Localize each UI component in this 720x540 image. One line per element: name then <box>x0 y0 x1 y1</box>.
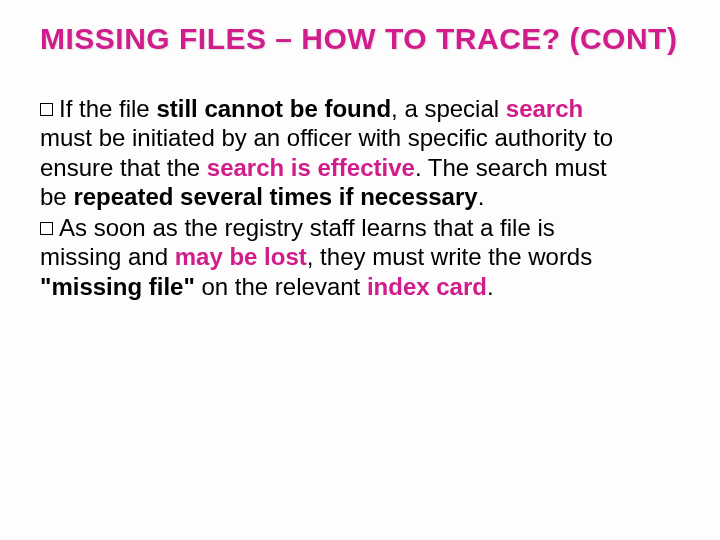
text-run: may be lost <box>175 243 307 270</box>
text-run: , a special <box>391 95 506 122</box>
slide: MISSING FILES – HOW TO TRACE? (CONT) If … <box>0 0 720 540</box>
bullet-item: As soon as the registry staff learns tha… <box>40 213 620 301</box>
slide-body: If the file still cannot be found, a spe… <box>40 94 620 301</box>
text-run: If the file <box>59 95 156 122</box>
text-run: . <box>487 273 494 300</box>
slide-title: MISSING FILES – HOW TO TRACE? (CONT) <box>40 22 680 56</box>
text-run: still cannot be found <box>156 95 391 122</box>
text-run: on the relevant <box>201 273 366 300</box>
text-run: "missing file" <box>40 273 201 300</box>
text-run: , they must write the words <box>307 243 592 270</box>
checkbox-icon <box>40 103 53 116</box>
checkbox-icon <box>40 222 53 235</box>
text-run: . <box>478 183 485 210</box>
text-run: search <box>506 95 583 122</box>
bullet-item: If the file still cannot be found, a spe… <box>40 94 620 211</box>
text-run: repeated several times if necessary <box>73 183 477 210</box>
text-run: search is effective <box>207 154 415 181</box>
text-run: index card <box>367 273 487 300</box>
